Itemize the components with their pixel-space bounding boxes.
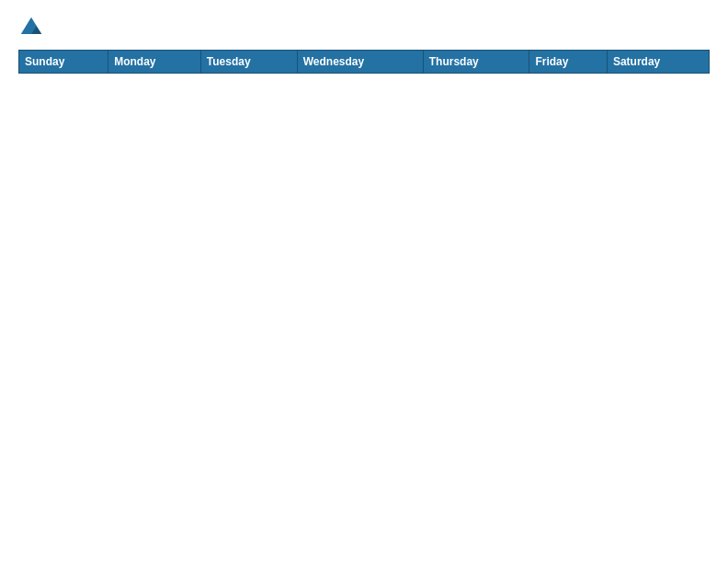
weekday-header-monday: Monday [108, 51, 201, 74]
header [18, 15, 710, 40]
weekday-header-friday: Friday [529, 51, 608, 74]
weekday-header-tuesday: Tuesday [200, 51, 297, 74]
weekday-header-wednesday: Wednesday [297, 51, 423, 74]
calendar-table: SundayMondayTuesdayWednesdayThursdayFrid… [18, 50, 710, 74]
weekday-header-row: SundayMondayTuesdayWednesdayThursdayFrid… [19, 51, 710, 74]
logo-icon [18, 15, 44, 40]
page: SundayMondayTuesdayWednesdayThursdayFrid… [0, 0, 728, 563]
logo [18, 15, 48, 40]
weekday-header-sunday: Sunday [19, 51, 108, 74]
weekday-header-thursday: Thursday [423, 51, 529, 74]
weekday-header-saturday: Saturday [607, 51, 709, 74]
